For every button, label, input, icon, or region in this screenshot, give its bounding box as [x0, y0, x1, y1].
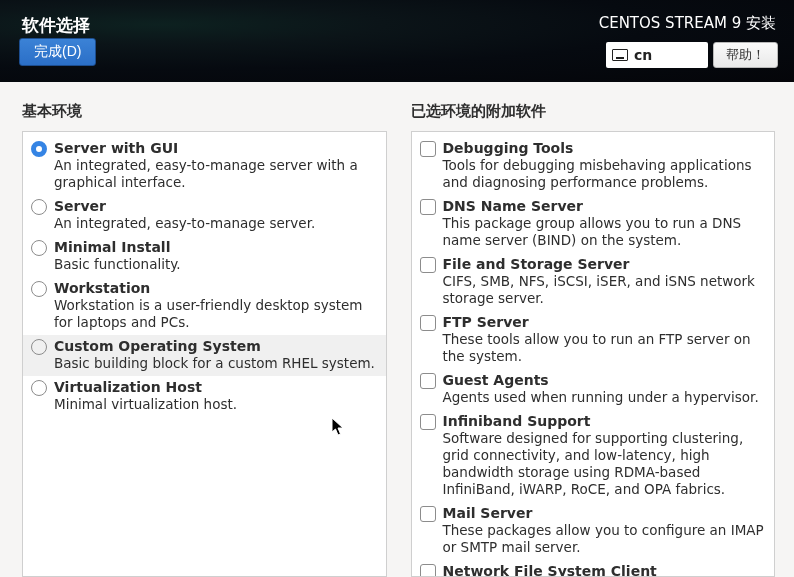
addon-item[interactable]: Network File System Client: [412, 560, 775, 577]
item-text: Server with GUIAn integrated, easy-to-ma…: [54, 139, 376, 191]
item-label: FTP Server: [443, 313, 765, 331]
radio[interactable]: [31, 380, 47, 396]
item-text: Infiniband SupportSoftware designed for …: [443, 412, 765, 498]
env-item[interactable]: ServerAn integrated, easy-to-manage serv…: [23, 195, 386, 236]
item-label: Network File System Client: [443, 562, 765, 577]
checkbox[interactable]: [420, 199, 436, 215]
item-label: Server: [54, 197, 376, 215]
item-label: Debugging Tools: [443, 139, 765, 157]
addons-title: 已选环境的附加软件: [411, 102, 776, 121]
base-environment-column: 基本环境 Server with GUIAn integrated, easy-…: [22, 102, 387, 577]
item-label: Minimal Install: [54, 238, 376, 256]
radio[interactable]: [31, 199, 47, 215]
item-desc: Basic functionality.: [54, 256, 376, 273]
item-text: ServerAn integrated, easy-to-manage serv…: [54, 197, 376, 232]
checkbox[interactable]: [420, 141, 436, 157]
radio[interactable]: [31, 281, 47, 297]
item-desc: Basic building block for a custom RHEL s…: [54, 355, 376, 372]
addons-panel[interactable]: Debugging ToolsTools for debugging misbe…: [411, 131, 776, 577]
done-button[interactable]: 完成(D): [19, 38, 96, 66]
addon-item[interactable]: File and Storage ServerCIFS, SMB, NFS, i…: [412, 253, 775, 311]
item-text: WorkstationWorkstation is a user-friendl…: [54, 279, 376, 331]
item-label: Mail Server: [443, 504, 765, 522]
page-title: 软件选择: [22, 14, 90, 37]
item-desc: CIFS, SMB, NFS, iSCSI, iSER, and iSNS ne…: [443, 273, 765, 307]
addon-item[interactable]: Guest AgentsAgents used when running und…: [412, 369, 775, 410]
item-desc: Workstation is a user-friendly desktop s…: [54, 297, 376, 331]
item-label: Virtualization Host: [54, 378, 376, 396]
keyboard-layout-button[interactable]: cn: [606, 42, 708, 68]
env-item[interactable]: WorkstationWorkstation is a user-friendl…: [23, 277, 386, 335]
item-label: Guest Agents: [443, 371, 765, 389]
addons-column: 已选环境的附加软件 Debugging ToolsTools for debug…: [411, 102, 776, 577]
item-desc: An integrated, easy-to-manage server.: [54, 215, 376, 232]
item-desc: Agents used when running under a hypervi…: [443, 389, 765, 406]
item-desc: Software designed for supporting cluster…: [443, 430, 765, 498]
item-text: FTP ServerThese tools allow you to run a…: [443, 313, 765, 365]
item-text: File and Storage ServerCIFS, SMB, NFS, i…: [443, 255, 765, 307]
env-item[interactable]: Virtualization HostMinimal virtualizatio…: [23, 376, 386, 417]
checkbox[interactable]: [420, 564, 436, 577]
item-label: File and Storage Server: [443, 255, 765, 273]
keyboard-layout-label: cn: [634, 47, 652, 63]
env-item[interactable]: Server with GUIAn integrated, easy-to-ma…: [23, 137, 386, 195]
addon-item[interactable]: FTP ServerThese tools allow you to run a…: [412, 311, 775, 369]
item-text: Debugging ToolsTools for debugging misbe…: [443, 139, 765, 191]
item-desc: Tools for debugging misbehaving applicat…: [443, 157, 765, 191]
checkbox[interactable]: [420, 257, 436, 273]
item-text: Minimal InstallBasic functionality.: [54, 238, 376, 273]
header-bar: 软件选择 完成(D) CENTOS STREAM 9 安装 cn 帮助！: [0, 0, 794, 82]
item-label: Custom Operating System: [54, 337, 376, 355]
radio[interactable]: [31, 339, 47, 355]
item-label: Infiniband Support: [443, 412, 765, 430]
item-desc: Minimal virtualization host.: [54, 396, 376, 413]
env-item[interactable]: Custom Operating SystemBasic building bl…: [23, 335, 386, 376]
installer-name: CENTOS STREAM 9 安装: [599, 14, 776, 33]
item-label: DNS Name Server: [443, 197, 765, 215]
radio[interactable]: [31, 141, 47, 157]
checkbox[interactable]: [420, 414, 436, 430]
checkbox[interactable]: [420, 315, 436, 331]
radio[interactable]: [31, 240, 47, 256]
addon-item[interactable]: Mail ServerThese packages allow you to c…: [412, 502, 775, 560]
env-item[interactable]: Minimal InstallBasic functionality.: [23, 236, 386, 277]
item-text: Mail ServerThese packages allow you to c…: [443, 504, 765, 556]
addon-item[interactable]: Infiniband SupportSoftware designed for …: [412, 410, 775, 502]
item-text: DNS Name ServerThis package group allows…: [443, 197, 765, 249]
item-desc: This package group allows you to run a D…: [443, 215, 765, 249]
base-environment-title: 基本环境: [22, 102, 387, 121]
item-label: Workstation: [54, 279, 376, 297]
base-environment-panel[interactable]: Server with GUIAn integrated, easy-to-ma…: [22, 131, 387, 577]
item-label: Server with GUI: [54, 139, 376, 157]
item-text: Virtualization HostMinimal virtualizatio…: [54, 378, 376, 413]
help-button[interactable]: 帮助！: [713, 42, 778, 68]
item-desc: These packages allow you to configure an…: [443, 522, 765, 556]
keyboard-icon: [612, 49, 628, 61]
addon-item[interactable]: DNS Name ServerThis package group allows…: [412, 195, 775, 253]
addon-item[interactable]: Debugging ToolsTools for debugging misbe…: [412, 137, 775, 195]
checkbox[interactable]: [420, 506, 436, 522]
item-text: Custom Operating SystemBasic building bl…: [54, 337, 376, 372]
item-desc: These tools allow you to run an FTP serv…: [443, 331, 765, 365]
item-text: Guest AgentsAgents used when running und…: [443, 371, 765, 406]
item-text: Network File System Client: [443, 562, 765, 577]
content: 基本环境 Server with GUIAn integrated, easy-…: [0, 82, 794, 577]
item-desc: An integrated, easy-to-manage server wit…: [54, 157, 376, 191]
checkbox[interactable]: [420, 373, 436, 389]
